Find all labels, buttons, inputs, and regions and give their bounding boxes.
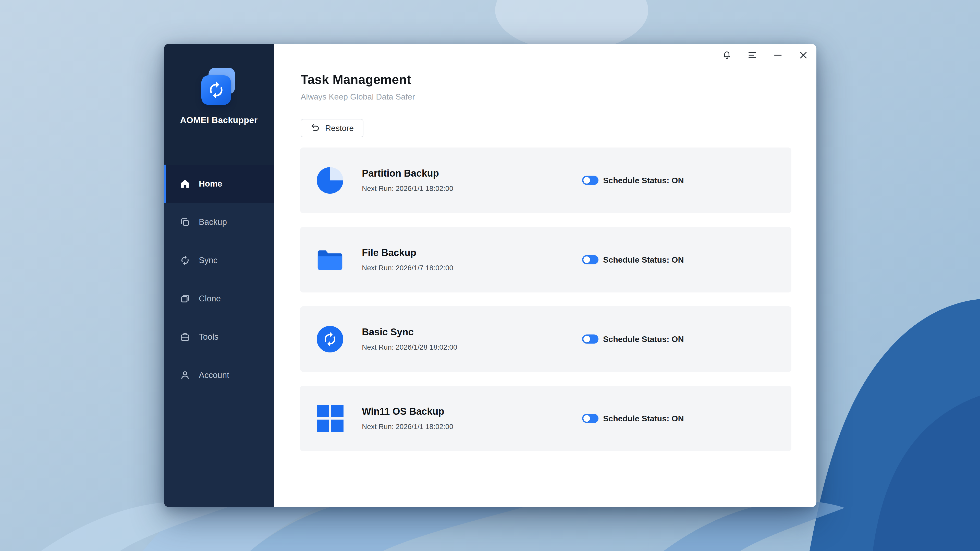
restore-undo-icon <box>310 123 320 133</box>
restore-button[interactable]: Restore <box>301 119 363 137</box>
sidebar-item-label: Tools <box>199 332 218 342</box>
sidebar-logo-area: AOMEI Backupper <box>164 44 274 165</box>
toggle-knob <box>584 415 590 422</box>
sidebar-item-label: Home <box>199 179 222 189</box>
schedule-status-label: Schedule Status: ON <box>603 414 684 423</box>
schedule-toggle[interactable] <box>582 255 598 264</box>
logo-sync-arrows-icon <box>207 81 226 100</box>
toggle-knob <box>584 177 590 184</box>
minimize-icon <box>773 50 783 60</box>
sidebar-nav: Home Backup Sync <box>164 165 274 394</box>
sidebar-item-label: Clone <box>199 294 221 303</box>
app-window: AOMEI Backupper Home Backup <box>164 44 816 507</box>
page-header: Task Management Always Keep Global Data … <box>301 72 415 102</box>
sidebar-item-label: Backup <box>199 217 227 227</box>
schedule-toggle[interactable] <box>582 334 598 344</box>
close-button[interactable] <box>795 47 811 63</box>
sidebar-item-account[interactable]: Account <box>164 356 274 394</box>
sync-arrows-icon <box>180 255 190 266</box>
task-card-win11-os-backup[interactable]: Win11 OS Backup Next Run: 2026/1/1 18:02… <box>300 385 791 451</box>
task-card-file-backup[interactable]: File Backup Next Run: 2026/1/7 18:02:00 … <box>300 227 791 293</box>
task-card-basic-sync[interactable]: Basic Sync Next Run: 2026/1/28 18:02:00 … <box>300 306 791 372</box>
task-title: Partition Backup <box>362 168 453 179</box>
app-name: AOMEI Backupper <box>180 115 258 125</box>
logo-front-square <box>201 75 231 105</box>
sidebar-item-clone[interactable]: Clone <box>164 279 274 318</box>
notifications-button[interactable] <box>719 47 735 63</box>
schedule-status-label: Schedule Status: ON <box>603 255 684 264</box>
sidebar: AOMEI Backupper Home Backup <box>164 44 274 507</box>
clone-icon <box>180 293 190 304</box>
restore-button-label: Restore <box>325 124 354 133</box>
schedule-status-label: Schedule Status: ON <box>603 175 684 185</box>
hamburger-menu-icon <box>747 50 757 60</box>
account-person-icon <box>180 370 190 381</box>
task-next-run: Next Run: 2026/1/1 18:02:00 <box>362 423 453 431</box>
task-list: Partition Backup Next Run: 2026/1/1 18:0… <box>300 148 791 451</box>
bell-icon <box>721 50 732 61</box>
tools-briefcase-icon <box>180 331 190 342</box>
task-next-run: Next Run: 2026/1/1 18:02:00 <box>362 185 453 193</box>
windows-logo-icon <box>316 404 344 433</box>
titlebar-actions <box>719 47 811 63</box>
schedule-toggle[interactable] <box>582 176 598 185</box>
toggle-knob <box>584 256 590 263</box>
task-title: File Backup <box>362 247 453 258</box>
schedule-status-label: Schedule Status: ON <box>603 334 684 344</box>
sync-circle-icon <box>316 325 344 353</box>
backup-copy-icon <box>180 217 190 228</box>
sidebar-item-backup[interactable]: Backup <box>164 203 274 241</box>
folder-icon <box>316 246 344 274</box>
task-next-run: Next Run: 2026/1/28 18:02:00 <box>362 343 457 352</box>
sidebar-item-sync[interactable]: Sync <box>164 241 274 279</box>
task-title: Win11 OS Backup <box>362 406 453 417</box>
sidebar-item-label: Sync <box>199 255 218 265</box>
pie-chart-icon <box>316 166 344 194</box>
page-subtitle: Always Keep Global Data Safer <box>301 92 415 102</box>
home-icon <box>180 178 190 189</box>
menu-button[interactable] <box>745 47 760 63</box>
page-title: Task Management <box>301 72 415 87</box>
task-title: Basic Sync <box>362 326 457 338</box>
app-logo-icon <box>200 68 238 106</box>
close-icon <box>799 50 808 60</box>
sidebar-item-tools[interactable]: Tools <box>164 318 274 356</box>
minimize-button[interactable] <box>770 47 786 63</box>
schedule-toggle[interactable] <box>582 414 598 423</box>
sidebar-item-home[interactable]: Home <box>164 165 274 203</box>
task-next-run: Next Run: 2026/1/7 18:02:00 <box>362 264 453 272</box>
main-content: Task Management Always Keep Global Data … <box>274 44 816 507</box>
sidebar-item-label: Account <box>199 370 229 380</box>
toggle-knob <box>584 336 590 342</box>
task-card-partition-backup[interactable]: Partition Backup Next Run: 2026/1/1 18:0… <box>300 148 791 213</box>
